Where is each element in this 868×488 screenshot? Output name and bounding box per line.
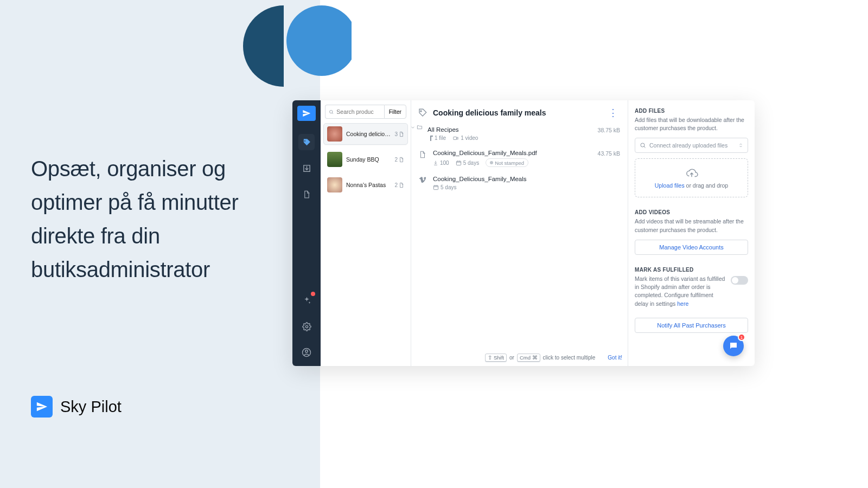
- file-row[interactable]: Cooking_Delicious_Family_Meals.pdf 100 5…: [417, 146, 622, 172]
- svg-rect-7: [433, 185, 438, 189]
- mark-fulfilled-toggle[interactable]: [731, 276, 748, 285]
- file-row[interactable]: Cooking_Delicious_Family_Meals 5 days: [417, 172, 622, 196]
- settings-here-link[interactable]: here: [677, 300, 688, 307]
- product-name: Cooking delicious f…: [346, 131, 391, 137]
- chat-icon: [729, 341, 738, 351]
- file-icon: [399, 182, 404, 188]
- add-videos-desc: Add videos that will be streamable after…: [635, 217, 748, 234]
- rail-products-icon[interactable]: [298, 134, 315, 150]
- file-size: 38.75 kB: [598, 126, 620, 133]
- mark-fulfilled-desc: Mark items of this variant as fulfilled …: [635, 275, 725, 308]
- chevron-down-icon: [410, 125, 416, 130]
- hero-headline: Opsæt, organiser og optimer på få minutt…: [31, 152, 291, 286]
- file-meta: 5 days: [433, 184, 620, 190]
- file-title: All Recipes: [427, 126, 592, 133]
- product-item[interactable]: Sunday BBQ 2: [323, 149, 408, 170]
- calendar-icon: [433, 184, 439, 190]
- cloud-upload-icon: [685, 167, 698, 179]
- rail-files-icon[interactable]: [298, 186, 315, 202]
- file-meta: 100 5 days Not stamped: [433, 158, 592, 167]
- product-file-count: 3: [394, 131, 404, 137]
- folder-icon: [416, 124, 423, 130]
- upload-files-link[interactable]: Upload files: [655, 182, 685, 189]
- side-panel: ADD FILES Add files that will be downloa…: [628, 100, 755, 366]
- product-name: Sunday BBQ: [346, 156, 391, 163]
- app-window: Filter Cooking delicious f… 3 Sunday BBQ…: [292, 100, 755, 366]
- kbd-cmd: Cmd ⌘: [517, 354, 540, 362]
- chat-button[interactable]: 1: [723, 336, 744, 356]
- add-files-desc: Add files that will be downloadable afte…: [635, 116, 748, 132]
- svg-point-4: [420, 111, 422, 112]
- brand-logo: Sky Pilot: [31, 396, 122, 418]
- search-input-wrap[interactable]: [325, 105, 384, 119]
- file-icon: [427, 135, 433, 141]
- rail-account-icon[interactable]: [298, 344, 315, 361]
- chevron-updown-icon: [738, 142, 743, 149]
- file-row[interactable]: All Recipes 1 file 1 video 38.75 kB: [417, 123, 622, 146]
- svg-point-3: [330, 110, 333, 113]
- svg-point-8: [641, 143, 644, 147]
- rail-downloads-icon[interactable]: [298, 160, 315, 176]
- product-thumb: [327, 126, 342, 142]
- rail-settings-icon[interactable]: [298, 318, 315, 335]
- nav-rail: [292, 100, 321, 366]
- calendar-icon: [456, 160, 462, 166]
- search-icon: [640, 142, 646, 149]
- product-thumb: [327, 152, 342, 167]
- search-icon: [329, 109, 334, 115]
- chat-badge: 1: [738, 333, 745, 341]
- paper-plane-icon: [31, 396, 53, 418]
- upload-dropzone[interactable]: Upload files or drag and drop: [635, 158, 748, 197]
- multiselect-hint: ⇧ Shift or Cmd ⌘ click to select multipl…: [485, 354, 622, 362]
- mark-fulfilled-heading: MARK AS FULFILLED: [635, 267, 748, 273]
- add-files-heading: ADD FILES: [635, 108, 748, 114]
- notification-dot: [311, 292, 315, 296]
- svg-rect-6: [456, 161, 461, 165]
- notify-purchasers-button[interactable]: Notify All Past Purchasers: [635, 318, 748, 333]
- main-panel: Cooking delicious family meals ⋮ All Rec…: [411, 100, 628, 366]
- page-title: Cooking delicious family meals: [433, 108, 601, 117]
- vimeo-icon: [418, 176, 427, 184]
- more-menu-button[interactable]: ⋮: [606, 106, 620, 120]
- product-file-count: 2: [394, 157, 404, 163]
- svg-point-0: [305, 325, 308, 328]
- file-title: Cooking_Delicious_Family_Meals.pdf: [433, 150, 592, 156]
- filter-button[interactable]: Filter: [384, 105, 406, 119]
- rail-sparkle-icon[interactable]: [298, 292, 315, 309]
- product-item[interactable]: Nonna's Pastas 2: [323, 174, 408, 196]
- file-size: 43.75 kB: [598, 150, 620, 157]
- dismiss-hint-button[interactable]: Got it!: [608, 355, 622, 361]
- file-title: Cooking_Delicious_Family_Meals: [433, 176, 620, 182]
- add-videos-heading: ADD VIDEOS: [635, 209, 748, 215]
- product-item[interactable]: Cooking delicious f… 3: [323, 123, 408, 145]
- product-file-count: 2: [394, 182, 404, 188]
- kbd-shift: ⇧ Shift: [485, 354, 507, 362]
- file-meta: 1 file 1 video: [427, 135, 592, 141]
- search-input[interactable]: [336, 108, 380, 115]
- tag-icon: [418, 108, 427, 118]
- manage-video-button[interactable]: Manage Video Accounts: [635, 240, 748, 255]
- rail-logo-icon[interactable]: [297, 106, 316, 121]
- file-icon: [418, 150, 427, 159]
- connect-files-select[interactable]: Connect already uploaded files: [635, 138, 748, 153]
- file-icon: [399, 131, 404, 137]
- download-icon: [433, 160, 438, 166]
- decorative-circles: [243, 0, 352, 92]
- video-icon: [452, 136, 459, 141]
- file-icon: [399, 157, 404, 163]
- svg-rect-5: [454, 137, 457, 139]
- product-name: Nonna's Pastas: [346, 182, 391, 188]
- svg-point-2: [305, 350, 308, 353]
- product-thumb: [327, 177, 342, 192]
- collapse-toggle[interactable]: [410, 124, 423, 130]
- brand-name: Sky Pilot: [60, 398, 122, 416]
- product-list-panel: Filter Cooking delicious f… 3 Sunday BBQ…: [321, 100, 411, 366]
- stamp-status: Not stamped: [486, 158, 528, 167]
